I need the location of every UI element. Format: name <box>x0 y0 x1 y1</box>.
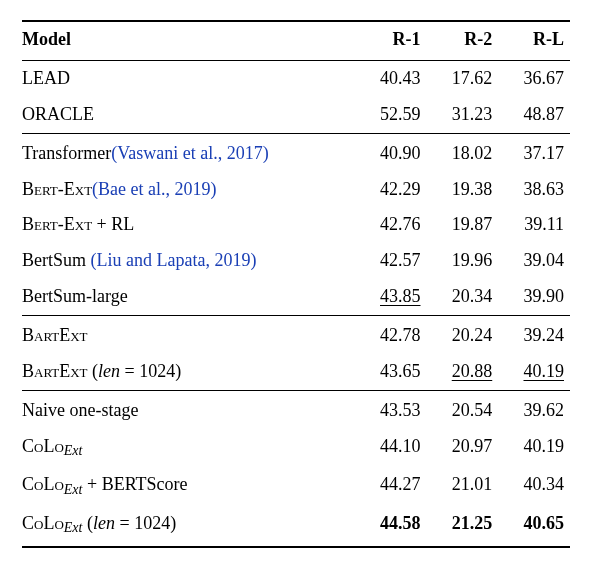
cell-r1: 40.90 <box>355 133 427 171</box>
cell-rl: 39.11 <box>498 207 570 243</box>
cell-model: BartExt <box>22 316 355 354</box>
cell-rl: 40.19 <box>498 429 570 467</box>
cell-rl: 38.63 <box>498 172 570 208</box>
cell-rl: 39.24 <box>498 316 570 354</box>
cell-r2: 31.23 <box>427 97 499 133</box>
table-row: Naive one-stage43.5320.5439.62 <box>22 390 570 428</box>
cell-r1: 43.53 <box>355 390 427 428</box>
cell-rl: 36.67 <box>498 60 570 96</box>
col-r2: R-2 <box>427 21 499 60</box>
table-row: CoLoExt + BERTScore44.2721.0140.34 <box>22 467 570 505</box>
cell-r1: 44.10 <box>355 429 427 467</box>
citation: (Liu and Lapata, 2019) <box>91 250 257 270</box>
cell-model: CoLoExt + BERTScore <box>22 467 355 505</box>
table-row: BartExt (len = 1024)43.6520.8840.19 <box>22 354 570 390</box>
cell-r2: 21.25 <box>427 506 499 547</box>
table-header-row: Model R-1 R-2 R-L <box>22 21 570 60</box>
cell-model: CoLoExt <box>22 429 355 467</box>
col-r1: R-1 <box>355 21 427 60</box>
cell-model: CoLoExt (len = 1024) <box>22 506 355 547</box>
cell-model: ORACLE <box>22 97 355 133</box>
citation: (Bae et al., 2019) <box>92 179 216 199</box>
table-row: LEAD40.4317.6236.67 <box>22 60 570 96</box>
table-row: CoLoExt44.1020.9740.19 <box>22 429 570 467</box>
cell-r2: 20.24 <box>427 316 499 354</box>
cell-r1: 52.59 <box>355 97 427 133</box>
cell-r1: 42.57 <box>355 243 427 279</box>
cell-rl: 39.04 <box>498 243 570 279</box>
cell-model: Bert-Ext + RL <box>22 207 355 243</box>
cell-r2: 18.02 <box>427 133 499 171</box>
cell-r2: 20.97 <box>427 429 499 467</box>
table-row: Transformer(Vaswani et al., 2017)40.9018… <box>22 133 570 171</box>
cell-model: LEAD <box>22 60 355 96</box>
cell-model: Bert-Ext(Bae et al., 2019) <box>22 172 355 208</box>
cell-r2: 21.01 <box>427 467 499 505</box>
cell-rl: 40.34 <box>498 467 570 505</box>
cell-rl: 39.62 <box>498 390 570 428</box>
cell-r2: 20.54 <box>427 390 499 428</box>
results-table: Model R-1 R-2 R-L LEAD40.4317.6236.67ORA… <box>22 20 570 548</box>
table-row: BertSum-large43.8520.3439.90 <box>22 279 570 315</box>
cell-rl: 40.65 <box>498 506 570 547</box>
col-rl: R-L <box>498 21 570 60</box>
cell-r1: 42.78 <box>355 316 427 354</box>
cell-model: BertSum-large <box>22 279 355 315</box>
cell-r2: 19.87 <box>427 207 499 243</box>
table-row: Bert-Ext + RL42.7619.8739.11 <box>22 207 570 243</box>
table-row: BertSum (Liu and Lapata, 2019)42.5719.96… <box>22 243 570 279</box>
cell-r1: 42.29 <box>355 172 427 208</box>
cell-r1: 43.85 <box>355 279 427 315</box>
cell-model: Naive one-stage <box>22 390 355 428</box>
table-row: Bert-Ext(Bae et al., 2019)42.2919.3838.6… <box>22 172 570 208</box>
cell-r1: 44.58 <box>355 506 427 547</box>
cell-r1: 44.27 <box>355 467 427 505</box>
cell-r2: 19.96 <box>427 243 499 279</box>
cell-r2: 20.88 <box>427 354 499 390</box>
cell-r2: 20.34 <box>427 279 499 315</box>
cell-rl: 39.90 <box>498 279 570 315</box>
cell-r1: 40.43 <box>355 60 427 96</box>
table-row: CoLoExt (len = 1024)44.5821.2540.65 <box>22 506 570 547</box>
cell-r1: 43.65 <box>355 354 427 390</box>
table-row: ORACLE52.5931.2348.87 <box>22 97 570 133</box>
cell-r2: 19.38 <box>427 172 499 208</box>
cell-model: BertSum (Liu and Lapata, 2019) <box>22 243 355 279</box>
cell-model: BartExt (len = 1024) <box>22 354 355 390</box>
cell-rl: 48.87 <box>498 97 570 133</box>
cell-r2: 17.62 <box>427 60 499 96</box>
cell-rl: 37.17 <box>498 133 570 171</box>
col-model: Model <box>22 21 355 60</box>
cell-r1: 42.76 <box>355 207 427 243</box>
citation: (Vaswani et al., 2017) <box>111 143 268 163</box>
cell-rl: 40.19 <box>498 354 570 390</box>
table-row: BartExt42.7820.2439.24 <box>22 316 570 354</box>
cell-model: Transformer(Vaswani et al., 2017) <box>22 133 355 171</box>
